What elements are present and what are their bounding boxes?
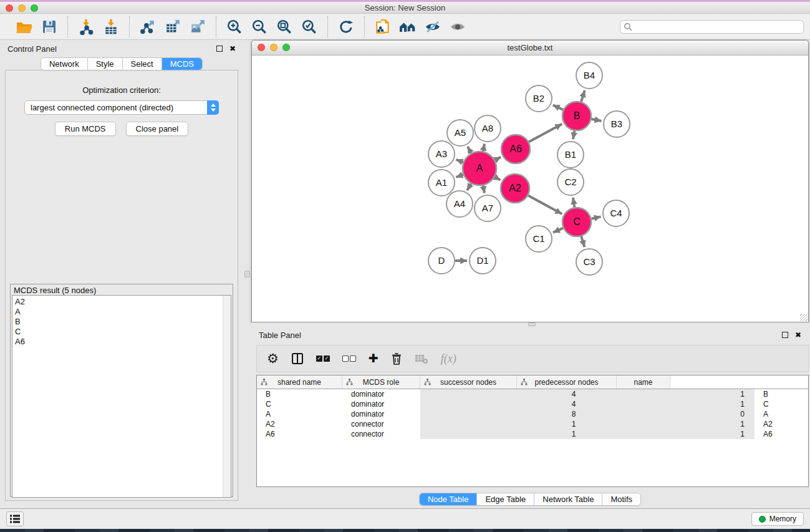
tab-select[interactable]: Select	[123, 58, 162, 70]
tab-network[interactable]: Network	[41, 58, 88, 70]
cell[interactable]: A6	[257, 429, 342, 439]
cell[interactable]: 8	[420, 409, 586, 419]
cell[interactable]: dominator	[342, 399, 420, 409]
delete-column-icon[interactable]	[391, 352, 402, 365]
cell[interactable]: 0	[586, 409, 755, 419]
export-table-icon[interactable]	[160, 17, 185, 37]
import-table-icon[interactable]	[99, 17, 123, 37]
float-panel-icon[interactable]	[216, 46, 223, 52]
cell[interactable]: C	[755, 399, 808, 409]
criterion-select[interactable]: largest connected component (directed)	[24, 100, 219, 115]
import-network-icon[interactable]	[74, 17, 99, 37]
horizontal-splitter-handle[interactable]	[528, 322, 536, 326]
vertical-splitter[interactable]	[243, 40, 251, 508]
vertical-splitter-handle[interactable]	[244, 271, 250, 278]
table-row[interactable]: Cdominator41C	[257, 399, 808, 409]
refresh-icon[interactable]	[334, 17, 359, 37]
export-network-icon[interactable]	[135, 17, 160, 37]
table-close-panel-icon[interactable]: ✖	[795, 332, 801, 338]
edge-B-B4[interactable]	[581, 90, 585, 102]
cell[interactable]: 1	[586, 389, 755, 399]
column-header-shared-name[interactable]: shared name	[257, 375, 342, 389]
edge-A-A6[interactable]	[495, 157, 501, 160]
zoom-selected-icon[interactable]	[297, 17, 322, 37]
column-header-name[interactable]: name	[617, 375, 670, 389]
edge-C-C4[interactable]	[591, 216, 600, 218]
column-header-predecessor-nodes[interactable]: predecessor nodes	[517, 375, 617, 389]
cell[interactable]: A	[755, 409, 808, 419]
gear-icon[interactable]: ⚙	[267, 352, 279, 365]
cell[interactable]: B	[755, 389, 808, 399]
hide-eye-icon[interactable]	[420, 17, 445, 37]
edge-A-A5[interactable]	[468, 147, 471, 153]
save-session-icon[interactable]	[37, 17, 62, 37]
table-row[interactable]: A6connector11A6	[257, 429, 808, 439]
table-tab-node-table[interactable]: Node Table	[420, 493, 478, 505]
home-layout-icon[interactable]	[395, 17, 420, 37]
cell[interactable]: connector	[342, 429, 420, 439]
maximize-window-icon[interactable]	[31, 4, 38, 12]
edge-C-C1[interactable]	[553, 228, 563, 233]
cell[interactable]: 1	[420, 429, 586, 439]
cell[interactable]: A	[257, 409, 342, 419]
resize-grip[interactable]	[800, 314, 808, 321]
edge-A-A7[interactable]	[483, 185, 485, 193]
deselect-all-icon[interactable]	[342, 355, 356, 362]
open-session-icon[interactable]	[12, 17, 37, 37]
table-float-panel-icon[interactable]	[782, 332, 788, 338]
column-header-successor-nodes[interactable]: successor nodes	[420, 375, 517, 389]
edge-B-B2[interactable]	[553, 105, 564, 110]
network-close-icon[interactable]	[258, 44, 265, 51]
network-minimize-icon[interactable]	[270, 44, 277, 51]
zoom-out-icon[interactable]	[247, 17, 272, 37]
table-tab-motifs[interactable]: Motifs	[602, 493, 640, 505]
cell[interactable]: 1	[586, 399, 755, 409]
table-tab-edge-table[interactable]: Edge Table	[477, 493, 534, 505]
table-row[interactable]: Bdominator41B	[257, 389, 808, 399]
close-panel-button[interactable]: Close panel	[126, 122, 189, 136]
edge-A-A4[interactable]	[467, 183, 471, 190]
cell[interactable]: dominator	[342, 389, 420, 399]
minimize-window-icon[interactable]	[18, 4, 26, 12]
cell[interactable]: 1	[420, 419, 586, 429]
table-row[interactable]: Adominator80A	[257, 409, 808, 419]
zoom-in-icon[interactable]	[222, 17, 247, 37]
edge-A-A3[interactable]	[456, 160, 463, 162]
cell[interactable]: A6	[755, 429, 808, 439]
cell[interactable]: A2	[257, 419, 342, 429]
close-panel-icon[interactable]: ✖	[229, 46, 236, 52]
cell[interactable]: dominator	[342, 409, 420, 419]
edge-A-A8[interactable]	[483, 144, 485, 152]
memory-button[interactable]: Memory	[751, 512, 804, 526]
cell[interactable]: A2	[755, 419, 808, 429]
network-graph[interactable]: B4B2BB3A8A5A6A3B1AA1C2A2A4A7C4CC1C3DD1	[252, 56, 808, 322]
horizontal-splitter[interactable]	[251, 322, 809, 326]
edge-A2-C[interactable]	[528, 196, 562, 215]
show-eye-icon[interactable]	[445, 17, 470, 37]
table-tab-network-table[interactable]: Network Table	[534, 493, 602, 505]
result-scrollbar[interactable]	[223, 296, 231, 497]
edge-A-A1[interactable]	[456, 175, 463, 177]
edge-B-B3[interactable]	[592, 119, 602, 121]
close-window-icon[interactable]	[6, 4, 13, 12]
edge-B-B1[interactable]	[573, 131, 574, 140]
network-maximize-icon[interactable]	[282, 44, 290, 51]
add-column-icon[interactable]: ✚	[369, 352, 378, 365]
cell[interactable]: C	[257, 399, 342, 409]
column-chooser-icon[interactable]	[291, 352, 304, 365]
cell[interactable]: B	[257, 389, 342, 399]
cell[interactable]: 1	[586, 429, 755, 439]
tab-style[interactable]: Style	[88, 58, 123, 70]
export-image-icon[interactable]	[185, 17, 210, 37]
zoom-fit-icon[interactable]	[272, 17, 297, 37]
cell[interactable]: 4	[420, 389, 586, 399]
column-header-mcds-role[interactable]: MCDS role	[342, 375, 420, 389]
select-all-icon[interactable]: ✓✓	[316, 355, 330, 362]
run-mcds-button[interactable]: Run MCDS	[55, 122, 116, 136]
cell[interactable]: connector	[342, 419, 420, 429]
task-history-button[interactable]	[6, 511, 24, 526]
cell[interactable]: 1	[586, 419, 755, 429]
table-row[interactable]: A2connector11A2	[257, 419, 808, 429]
search-input[interactable]	[620, 20, 804, 34]
clone-network-icon[interactable]	[370, 17, 395, 37]
